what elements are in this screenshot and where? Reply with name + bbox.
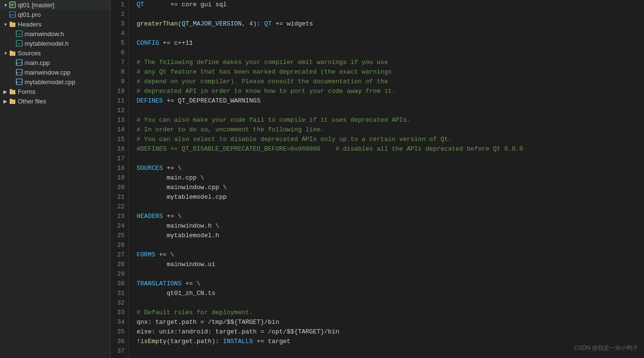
svg-text:c++: c++: [16, 71, 22, 75]
forms-chevron: ▶: [2, 88, 9, 95]
code-editor[interactable]: 1 QT += core gui sql 2 3 greaterThan(QT_…: [111, 0, 644, 358]
code-line-19: 19 main.cpp \: [111, 173, 644, 183]
code-line-11: 11 DEFINES += QT_DEPRECATED_WARNINGS: [111, 96, 644, 106]
code-line-17: 17: [111, 154, 644, 164]
code-area: 1 QT += core gui sql 2 3 greaterThan(QT_…: [111, 0, 644, 356]
code-line-7: 7 # The following define makes your comp…: [111, 58, 644, 67]
sources-folder[interactable]: ▾ Sources: [0, 48, 110, 58]
sources-chevron: ▾: [2, 50, 9, 56]
svg-text:c++: c++: [16, 80, 22, 84]
sources-label: Sources: [18, 50, 41, 57]
code-line-33: 33 # Default rules for deployment.: [111, 308, 644, 318]
header-file-label-1: mainwindow.h: [25, 30, 64, 38]
code-line-1: 1 QT += core gui sql: [111, 0, 644, 10]
svg-text:.pro: .pro: [10, 13, 15, 17]
code-line-5: 5 CONFIG += c++11: [111, 38, 644, 48]
code-line-13: 13 # You can also make your code fail to…: [111, 115, 644, 125]
project-root[interactable]: ▾ qt01 [master]: [0, 0, 110, 10]
project-file[interactable]: .pro qt01.pro: [0, 10, 110, 19]
code-line-36: 36 !isEmpty(target.path): INSTALLS += ta…: [111, 337, 644, 346]
sidebar: ▾ qt01 [master] .pro qt01.pro ▾: [0, 0, 111, 358]
source-file-icon-3: c++: [15, 78, 23, 86]
code-line-21: 21 mytablemodel.cpp: [111, 192, 644, 202]
header-file-mainwindow[interactable]: c mainwindow.h: [0, 29, 110, 38]
headers-label: Headers: [18, 21, 41, 28]
other-files-folder[interactable]: ▶ Other files: [0, 96, 110, 106]
source-file-label-2: mainwindow.cpp: [25, 69, 70, 76]
source-file-icon-2: c++: [15, 68, 23, 76]
code-line-2: 2: [111, 10, 644, 19]
headers-chevron: ▾: [2, 21, 9, 27]
source-file-label-1: main.cpp: [25, 59, 50, 66]
code-line-12: 12: [111, 106, 644, 115]
project-label: qt01 [master]: [18, 1, 54, 9]
svg-rect-0: [10, 2, 15, 8]
code-line-32: 32: [111, 298, 644, 308]
svg-text:c++: c++: [16, 61, 22, 65]
other-files-label: Other files: [18, 98, 46, 105]
source-file-main[interactable]: c++ main.cpp: [0, 58, 110, 67]
code-line-18: 18 SOURCES += \: [111, 164, 644, 173]
source-file-mytablemodel[interactable]: c++ mytablemodel.cpp: [0, 77, 110, 87]
code-line-29: 29: [111, 269, 644, 279]
code-line-24: 24 mainwindow.h \: [111, 221, 644, 231]
header-file-mytablemodel[interactable]: c mytablemodel.h: [0, 38, 110, 48]
code-line-22: 22: [111, 202, 644, 212]
code-line-34: 34 qnx: target.path = /tmp/$${TARGET}/bi…: [111, 318, 644, 327]
forms-label: Forms: [18, 88, 36, 95]
code-line-3: 3 greaterThan(QT_MAJOR_VERSION, 4): QT +…: [111, 19, 644, 29]
code-line-8: 8 # any Qt feature that has been marked …: [111, 67, 644, 77]
forms-folder-icon: [9, 88, 16, 95]
code-line-35: 35 else: unix:!android: target.path = /o…: [111, 327, 644, 337]
code-line-30: 30 TRANSLATIONS += \: [111, 279, 644, 289]
svg-text:c: c: [18, 41, 20, 46]
code-line-23: 23 HEADERS += \: [111, 212, 644, 221]
code-line-16: 16 #DEFINES += QT_DISABLE_DEPRECATED_BEF…: [111, 144, 644, 154]
header-file-label-2: mytablemodel.h: [25, 40, 69, 47]
project-icon: [9, 1, 16, 9]
svg-rect-2: [11, 5, 13, 6]
source-file-icon-1: c++: [15, 59, 23, 66]
other-files-chevron: ▶: [2, 98, 9, 104]
project-file-label: qt01.pro: [18, 11, 41, 18]
code-line-27: 27 FORMS += \: [111, 250, 644, 260]
header-file-icon-1: c: [15, 30, 23, 38]
code-line-28: 28 mainwindow.ui: [111, 260, 644, 269]
pro-file-icon: .pro: [9, 11, 16, 18]
headers-folder[interactable]: ▾ Headers: [0, 19, 110, 29]
other-files-folder-icon: [9, 97, 16, 105]
code-line-25: 25 mytablemodel.h: [111, 231, 644, 241]
code-line-31: 31 qt01_zh_CN.ts: [111, 289, 644, 298]
watermark: CSDN @我是一块小鸭子: [574, 344, 638, 352]
forms-folder[interactable]: ▶ Forms: [0, 87, 110, 96]
svg-rect-1: [11, 4, 14, 5]
code-line-4: 4: [111, 29, 644, 38]
code-line-37: 37: [111, 346, 644, 356]
sources-folder-icon: [9, 49, 16, 57]
source-file-mainwindow[interactable]: c++ mainwindow.cpp: [0, 67, 110, 77]
headers-folder-icon: [9, 20, 16, 28]
source-file-label-3: mytablemodel.cpp: [25, 78, 76, 86]
code-line-9: 9 # depend on your compiler). Please con…: [111, 77, 644, 87]
code-line-26: 26: [111, 241, 644, 250]
code-line-14: 14 # In order to do so, uncomment the fo…: [111, 125, 644, 135]
code-line-10: 10 # deprecated API in order to know how…: [111, 87, 644, 96]
code-line-6: 6: [111, 48, 644, 58]
header-file-icon-2: c: [15, 39, 23, 47]
code-line-20: 20 mainwindow.cpp \: [111, 183, 644, 192]
code-line-15: 15 # You can also select to disable depr…: [111, 135, 644, 144]
project-chevron: ▾: [2, 1, 9, 8]
svg-text:c: c: [18, 32, 20, 36]
